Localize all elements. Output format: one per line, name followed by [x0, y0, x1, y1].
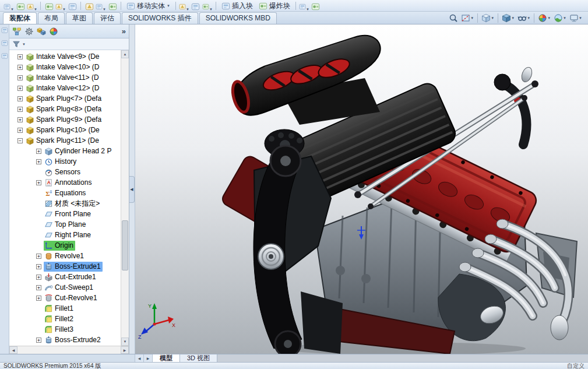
expand-box-icon[interactable]: +: [17, 86, 23, 91]
expand-box-icon[interactable]: +: [36, 338, 41, 343]
expand-box-icon[interactable]: +: [17, 107, 23, 112]
model-tabs-prev-button[interactable]: ◀: [135, 354, 144, 362]
tree-item-spark-plug-7-defa[interactable]: +Spark Plug<7> (Defa: [9, 93, 119, 104]
view-settings-icon[interactable]: ▼: [568, 13, 583, 23]
expand-box-icon[interactable]: +: [36, 149, 41, 154]
scroll-down-icon[interactable]: ▼: [121, 338, 129, 346]
toolbar-icon-7[interactable]: [84, 1, 94, 11]
insert-block-button[interactable]: 插入块: [219, 1, 255, 11]
expand-box-icon[interactable]: +: [36, 180, 41, 185]
side-toolbar-icon-2[interactable]: [1, 40, 8, 48]
side-toolbar-icon-1[interactable]: [1, 27, 8, 36]
tree-item-fillet3[interactable]: Fillet3: [9, 324, 119, 335]
toolbar-icon-9[interactable]: [107, 1, 118, 11]
toolbar-icon-12[interactable]: ▼: [202, 1, 213, 11]
expand-box-icon[interactable]: +: [36, 296, 41, 301]
toolbar-icon-3[interactable]: ▼: [27, 1, 37, 11]
expand-box-icon[interactable]: +: [17, 65, 23, 70]
expand-box-icon[interactable]: +: [17, 117, 23, 122]
sheet-tab-item[interactable]: 模型: [153, 354, 180, 362]
filter-icon[interactable]: [12, 40, 20, 48]
expand-box-icon[interactable]: +: [36, 159, 41, 164]
tab-item[interactable]: 评估: [94, 12, 121, 24]
tab-solidworks-mbd[interactable]: SOLIDWORKS MBD: [199, 12, 277, 24]
expand-box-icon[interactable]: +: [36, 285, 41, 290]
tab-item[interactable]: 装配体: [3, 12, 37, 24]
tree-item-origin[interactable]: Origin: [9, 240, 119, 251]
customize-button[interactable]: 自定义: [567, 362, 585, 369]
expand-box-icon[interactable]: +: [36, 264, 41, 269]
expand-box-icon[interactable]: +: [17, 96, 23, 101]
toolbar-icon-4[interactable]: [44, 1, 54, 11]
tree-vertical-scrollbar[interactable]: ▲ ▼: [121, 50, 129, 346]
view-orientation-icon[interactable]: ▼: [480, 13, 495, 23]
expand-box-icon[interactable]: +: [36, 275, 41, 280]
panel-splitter[interactable]: ◀: [129, 24, 135, 354]
toolbar-icon-8[interactable]: ▼: [96, 1, 106, 11]
tree-item-revolve1[interactable]: +Revolve1: [9, 251, 119, 261]
displaymanager-tab-icon[interactable]: [49, 27, 58, 36]
scroll-right-icon[interactable]: ▶: [121, 346, 129, 354]
tree-item-top-plane[interactable]: Top Plane: [9, 219, 119, 230]
tree-item-item[interactable]: 材质 <未指定>: [9, 198, 119, 209]
tree-item-cut-revolve1[interactable]: +Cut-Revolve1: [9, 293, 119, 303]
expand-box-icon[interactable]: +: [17, 54, 23, 59]
section-view-icon[interactable]: ▼: [460, 13, 475, 23]
tree-item-intake-valve-10-d[interactable]: +Intake Valve<10> (D: [9, 62, 119, 72]
panel-overflow-chevron[interactable]: »: [122, 27, 126, 36]
sheet-tab-3d[interactable]: 3D 视图: [180, 354, 217, 362]
scroll-track[interactable]: [121, 58, 129, 338]
tab-solidworks[interactable]: SOLIDWORKS 插件: [122, 12, 198, 24]
display-style-icon[interactable]: ▼: [501, 13, 516, 23]
tree-item-front-plane[interactable]: Front Plane: [9, 209, 119, 219]
tree-item-annotations[interactable]: +Annotations: [9, 177, 119, 188]
expand-box-icon[interactable]: +: [36, 254, 41, 259]
toolbar-icon-10[interactable]: ▼: [179, 1, 189, 11]
zoom-fit-icon[interactable]: [448, 13, 459, 23]
propertymanager-tab-icon[interactable]: [24, 27, 34, 36]
tab-item[interactable]: 草图: [66, 12, 93, 24]
toolbar-icon-6[interactable]: [67, 1, 78, 11]
edit-appearance-icon[interactable]: ▼: [537, 13, 552, 23]
hide-show-items-icon[interactable]: ▼: [516, 13, 531, 23]
toolbar-icon-5[interactable]: ▼: [55, 1, 66, 11]
tree-item-fillet2[interactable]: Fillet2: [9, 314, 119, 324]
tree-item-intake-valve-12-d[interactable]: +Intake Valve<12> (D: [9, 83, 119, 93]
tree-item-spark-plug-8-defa[interactable]: +Spark Plug<8> (Defa: [9, 104, 119, 114]
tree-item-spark-plug-9-defa[interactable]: +Spark Plug<9> (Defa: [9, 114, 119, 125]
apply-scene-icon[interactable]: ▼: [552, 13, 568, 23]
tree-item-cut-sweep1[interactable]: +Cut-Sweep1: [9, 282, 119, 293]
expand-box-icon[interactable]: +: [17, 128, 23, 133]
explode-block-button[interactable]: 爆炸块: [256, 1, 293, 11]
graphics-viewport[interactable]: Y X Z: [135, 24, 588, 354]
tree-horizontal-scrollbar[interactable]: ◀ ▶: [9, 346, 129, 354]
tree-item-intake-valve-11-d[interactable]: +Intake Valve<11> (D: [9, 72, 119, 83]
tree-item-cylinder-head-2-p[interactable]: +Cylinder Head 2 P: [9, 146, 119, 156]
featuremanager-tab-icon[interactable]: [12, 27, 22, 36]
tree-item-sensors[interactable]: Sensors: [9, 167, 119, 177]
expand-box-icon[interactable]: +: [17, 75, 23, 80]
toolbar-icon-1[interactable]: ▼: [3, 1, 14, 11]
tree-item-cut-extrude1[interactable]: +Cut-Extrude1: [9, 272, 119, 282]
tree-item-fillet1[interactable]: Fillet1: [9, 303, 119, 314]
scroll-thumb[interactable]: [122, 220, 128, 270]
filter-caret-icon[interactable]: ▼: [22, 43, 26, 46]
tree-item-spark-plug-11-de[interactable]: −Spark Plug<11> (De: [9, 135, 119, 146]
configurationmanager-tab-icon[interactable]: [37, 27, 46, 36]
tree-item-intake-valve-9-de[interactable]: +Intake Valve<9> (De: [9, 51, 119, 62]
toolbar-icon-14[interactable]: [311, 1, 321, 11]
move-entity-button[interactable]: 移动实体▼: [124, 1, 172, 11]
toolbar-icon-13[interactable]: ▼: [299, 1, 309, 11]
tree-item-boss-extrude2[interactable]: +Boss-Extrude2: [9, 335, 119, 345]
model-tabs-next-button[interactable]: ▶: [144, 354, 153, 362]
scroll-track[interactable]: [17, 346, 121, 354]
side-toolbar-icon-3[interactable]: [1, 52, 8, 61]
tree-item-history[interactable]: +History: [9, 156, 119, 167]
tree-item-right-plane[interactable]: Right Plane: [9, 230, 119, 240]
toolbar-icon-11[interactable]: [191, 1, 201, 11]
tree-item-boss-extrude1[interactable]: +Boss-Extrude1: [9, 261, 119, 272]
scroll-up-icon[interactable]: ▲: [121, 50, 129, 58]
scroll-left-icon[interactable]: ◀: [9, 346, 17, 354]
tree-item-spark-plug-10-de[interactable]: +Spark Plug<10> (De: [9, 125, 119, 135]
tab-item[interactable]: 布局: [38, 12, 65, 24]
